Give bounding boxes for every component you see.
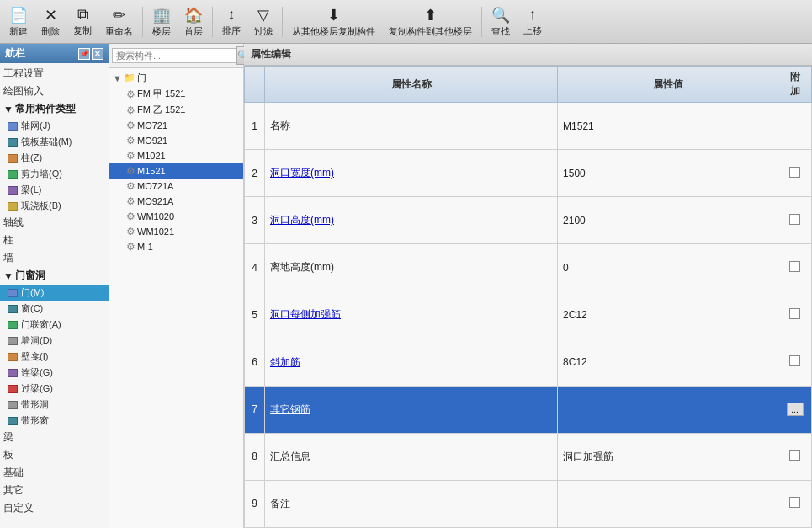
search-input[interactable] (112, 48, 236, 63)
table-row[interactable]: 2洞口宽度(mm)1500 (245, 150, 812, 197)
sidebar-item-raft[interactable]: 筏板基础(M) (0, 134, 109, 150)
nav-section-engineering[interactable]: 工程设置 (0, 65, 109, 83)
prop-append-2[interactable] (778, 150, 812, 197)
checkbox-2[interactable] (789, 167, 800, 178)
prop-value-7[interactable] (558, 386, 778, 433)
table-row[interactable]: 3洞口高度(mm)2100 (245, 197, 812, 244)
table-row[interactable]: 9备注 (245, 480, 812, 527)
copy-from-floor-button[interactable]: ⬇ 从其他楼层复制构件 (286, 3, 381, 40)
table-row[interactable]: 7其它钢筋... (245, 386, 812, 433)
sidebar-item-window[interactable]: 窗(C) (0, 301, 109, 317)
sidebar-item-niche[interactable]: 壁龛(I) (0, 349, 109, 365)
find-button[interactable]: 🔍 查找 (486, 3, 516, 40)
checkbox-5[interactable] (789, 308, 800, 319)
table-row[interactable]: 1名称M1521 (245, 103, 812, 150)
checkbox-9[interactable] (789, 497, 800, 508)
floor-button[interactable]: 🏢 楼层 (146, 3, 177, 40)
nav-section-col[interactable]: 柱 (0, 232, 109, 249)
tree-item-m1021[interactable]: ⚙ M1021 (109, 148, 243, 163)
sidebar-item-wall-hole[interactable]: 墙洞(D) (0, 333, 109, 349)
nav-section-axis[interactable]: 轴线 (0, 214, 109, 232)
nav-section-wall[interactable]: 墙 (0, 249, 109, 267)
delete-button[interactable]: ✕ 删除 (35, 3, 66, 40)
sort-button[interactable]: ↕ 排序 (216, 3, 247, 40)
prop-name-7[interactable]: 其它钢筋 (265, 386, 558, 433)
sidebar-item-castslab[interactable]: 现浇板(B) (0, 198, 109, 214)
sidebar-item-link-beam[interactable]: 连梁(G) (0, 365, 109, 381)
copy-to-floor-button[interactable]: ⬆ 复制构件到其他楼层 (383, 3, 478, 40)
prop-name-2[interactable]: 洞口宽度(mm) (265, 150, 558, 197)
table-row[interactable]: 6斜加筋8C12 (245, 339, 812, 386)
nav-section-beams[interactable]: 梁 (0, 429, 109, 446)
checkbox-8[interactable] (789, 450, 800, 461)
prop-value-8[interactable]: 洞口加强筋 (558, 433, 778, 480)
prop-append-5[interactable] (778, 291, 812, 339)
sidebar-item-door[interactable]: 门(M) (0, 285, 109, 301)
new-button[interactable]: 📄 新建 (3, 3, 34, 40)
tree-item-fm-yi[interactable]: ⚙ FM 乙 1521 (109, 102, 243, 118)
prop-name-6[interactable]: 斜加筋 (265, 339, 558, 386)
copy-button[interactable]: ⧉ 复制 (67, 3, 98, 40)
window-icon (7, 304, 19, 314)
panel-pin-button[interactable]: 📌 (78, 48, 90, 60)
prop-name-9[interactable]: 备注 (265, 480, 558, 527)
table-row[interactable]: 5洞口每侧加强筋2C12 (245, 291, 812, 339)
tree-item-mo721[interactable]: ⚙ MO721 (109, 118, 243, 133)
prop-append-7[interactable]: ... (778, 386, 812, 433)
table-row[interactable]: 8汇总信息洞口加强筋 (245, 433, 812, 480)
checkbox-3[interactable] (789, 214, 800, 225)
nav-section-custom[interactable]: 自定义 (0, 499, 109, 517)
prop-append-1[interactable] (778, 103, 812, 150)
prop-append-9[interactable] (778, 480, 812, 527)
rename-button[interactable]: ✏ 重命名 (99, 3, 139, 40)
prop-append-4[interactable] (778, 244, 812, 291)
prop-value-6[interactable]: 8C12 (558, 339, 778, 386)
tree-root[interactable]: ▼ 📁 门 (109, 70, 243, 86)
prop-append-6[interactable] (778, 339, 812, 386)
sidebar-item-column[interactable]: 柱(Z) (0, 150, 109, 166)
tree-item-m1521[interactable]: ⚙ M1521 (109, 163, 243, 179)
tree-item-wm1020[interactable]: ⚙ WM1020 (109, 209, 243, 224)
nav-group-openings[interactable]: ▼ 门窗洞 (0, 267, 109, 285)
move-up-button[interactable]: ↑ 上移 (517, 3, 548, 40)
tree-item-mo921[interactable]: ⚙ MO921 (109, 133, 243, 148)
prop-append-8[interactable] (778, 433, 812, 480)
filter-button[interactable]: ▽ 过滤 (248, 3, 279, 40)
nav-group-common[interactable]: ▼ 常用构件类型 (0, 100, 109, 118)
nav-section-other[interactable]: 其它 (0, 482, 109, 499)
prop-name-3[interactable]: 洞口高度(mm) (265, 197, 558, 244)
prop-value-1[interactable]: M1521 (558, 103, 778, 150)
tree-item-fm-jia[interactable]: ⚙ FM 甲 1521 (109, 86, 243, 102)
checkbox-4[interactable] (789, 261, 800, 272)
tree-item-m-1[interactable]: ⚙ M-1 (109, 239, 243, 254)
nav-section-slab[interactable]: 板 (0, 446, 109, 464)
sidebar-item-door-window[interactable]: 门联窗(A) (0, 317, 109, 333)
sidebar-item-beam[interactable]: 梁(L) (0, 182, 109, 198)
sidebar-item-axis[interactable]: 轴网(J) (0, 118, 109, 134)
lintel-icon (7, 384, 19, 394)
prop-value-5[interactable]: 2C12 (558, 291, 778, 339)
prop-name-8[interactable]: 汇总信息 (265, 433, 558, 480)
sidebar-item-strip-hole[interactable]: 带形洞 (0, 397, 109, 413)
prop-value-2[interactable]: 1500 (558, 150, 778, 197)
tree-item-mo721a[interactable]: ⚙ MO721A (109, 179, 243, 194)
prop-value-4[interactable]: 0 (558, 244, 778, 291)
prop-value-3[interactable]: 2100 (558, 197, 778, 244)
tree-item-mo921a[interactable]: ⚙ MO921A (109, 194, 243, 209)
checkbox-6[interactable] (789, 355, 800, 366)
prop-value-9[interactable] (558, 480, 778, 527)
prop-append-3[interactable] (778, 197, 812, 244)
sidebar-item-shearwall[interactable]: 剪力墙(Q) (0, 166, 109, 182)
prop-name-5[interactable]: 洞口每侧加强筋 (265, 291, 558, 339)
first-floor-button[interactable]: 🏠 首层 (178, 3, 209, 40)
ellipsis-btn-7[interactable]: ... (787, 403, 804, 416)
prop-name-4[interactable]: 离地高度(mm) (265, 244, 558, 291)
sidebar-item-strip-window[interactable]: 带形窗 (0, 413, 109, 429)
table-row[interactable]: 4离地高度(mm)0 (245, 244, 812, 291)
panel-close-button[interactable]: ✕ (92, 48, 103, 60)
nav-section-drawing[interactable]: 绘图输入 (0, 83, 109, 100)
nav-section-foundation[interactable]: 基础 (0, 464, 109, 482)
prop-name-1[interactable]: 名称 (265, 103, 558, 150)
sidebar-item-lintel[interactable]: 过梁(G) (0, 381, 109, 397)
tree-item-wm1021[interactable]: ⚙ WM1021 (109, 224, 243, 239)
